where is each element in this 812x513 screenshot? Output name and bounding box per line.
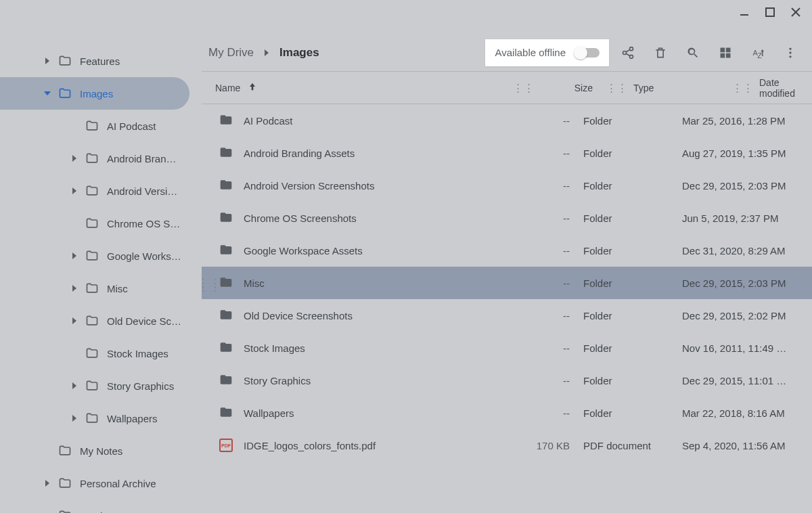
- sidebar-item-chrome-os-s-[interactable]: Chrome OS S…: [0, 207, 202, 240]
- sidebar-item-label: Android Bran…: [102, 153, 177, 164]
- sidebar-item-ai-podcast[interactable]: AI Podcast: [0, 110, 202, 142]
- svg-text:Z: Z: [757, 51, 762, 59]
- file-row[interactable]: Chrome OS Screenshots--FolderJun 5, 2019…: [202, 202, 812, 234]
- file-date: Dec 29, 2015, 2:03 PM: [682, 180, 812, 192]
- expand-icon[interactable]: [66, 155, 83, 162]
- file-row[interactable]: Stock Images--FolderNov 16, 2011, 11:49 …: [202, 332, 812, 364]
- sidebar-item-label: Google Works…: [102, 250, 181, 262]
- expand-icon[interactable]: [66, 317, 83, 324]
- expand-icon[interactable]: [39, 480, 55, 487]
- column-size[interactable]: Size: [540, 83, 606, 93]
- sidebar-item-images[interactable]: Images: [0, 77, 189, 110]
- close-button[interactable]: [789, 5, 803, 19]
- file-row[interactable]: AI Podcast--FolderMar 25, 2016, 1:28 PM: [202, 104, 812, 137]
- file-row[interactable]: Old Device Screenshots--FolderDec 29, 20…: [202, 299, 812, 332]
- file-row[interactable]: Android Branding Assets--FolderAug 27, 2…: [202, 137, 812, 169]
- folder-icon: [83, 347, 102, 360]
- sidebar-item-wallpapers[interactable]: Wallpapers: [0, 402, 202, 434]
- folder-icon: [55, 444, 74, 458]
- breadcrumb-root[interactable]: My Drive: [208, 46, 254, 60]
- sidebar-item-personal-archive[interactable]: Personal Archive: [0, 467, 202, 499]
- sidebar-item-features[interactable]: Features: [0, 45, 202, 77]
- sort-ascending-icon[interactable]: [247, 81, 258, 94]
- expand-icon[interactable]: [66, 187, 83, 194]
- column-resize-handle[interactable]: ⋮⋮: [732, 82, 759, 94]
- svg-point-13: [789, 55, 791, 58]
- file-type: Folder: [583, 213, 682, 224]
- view-grid-button[interactable]: [712, 39, 739, 66]
- file-type: Folder: [583, 115, 682, 127]
- folder-icon: [83, 379, 102, 393]
- folder-icon: [83, 282, 102, 295]
- sidebar-item-stock-images[interactable]: Stock Images: [0, 337, 202, 370]
- sidebar-item-stack[interactable]: Stack: [0, 499, 202, 513]
- sidebar-item-misc[interactable]: Misc: [0, 272, 202, 305]
- window-controls: [0, 0, 812, 24]
- svg-point-12: [789, 51, 791, 53]
- folder-icon: [219, 146, 233, 161]
- column-type[interactable]: Type: [633, 83, 732, 93]
- file-type: Folder: [583, 148, 682, 159]
- folder-icon: [55, 54, 74, 68]
- expand-icon[interactable]: [66, 252, 83, 259]
- file-date: Dec 31, 2020, 8:29 AM: [682, 245, 812, 256]
- sidebar-resize-handle[interactable]: ⋮⋮⋮⋮: [198, 282, 222, 290]
- file-date: Jun 5, 2019, 2:37 PM: [682, 213, 812, 224]
- sidebar-item-label: Wallpapers: [102, 413, 157, 424]
- expand-icon[interactable]: [39, 58, 55, 64]
- file-name: Android Version Screenshots: [244, 180, 517, 192]
- column-resize-handle[interactable]: ⋮⋮: [606, 82, 633, 94]
- sidebar-item-label: AI Podcast: [102, 120, 156, 132]
- share-button[interactable]: [614, 39, 641, 66]
- file-size: --: [517, 310, 583, 321]
- column-header: Name ⋮⋮ Size ⋮⋮ Type ⋮⋮ Date modified: [202, 72, 812, 104]
- sidebar-item-android-versi-[interactable]: Android Versi…: [0, 175, 202, 207]
- sort-button[interactable]: AZ: [744, 39, 771, 66]
- more-menu-button[interactable]: [777, 39, 804, 66]
- file-row[interactable]: Android Version Screenshots--FolderDec 2…: [202, 169, 812, 202]
- sidebar-item-android-bran-[interactable]: Android Bran…: [0, 142, 202, 175]
- file-date: Aug 27, 2019, 1:35 PM: [682, 148, 812, 159]
- search-button[interactable]: [679, 39, 706, 66]
- file-date: Dec 29, 2015, 2:02 PM: [682, 310, 812, 321]
- file-row[interactable]: PDFIDGE_logos_colors_fonts.pdf170 KBPDF …: [202, 429, 812, 462]
- sidebar-item-my-notes[interactable]: My Notes: [0, 434, 202, 467]
- sidebar-item-story-graphics[interactable]: Story Graphics: [0, 370, 202, 402]
- available-offline-panel: Available offline: [485, 39, 609, 66]
- file-row[interactable]: Google Workspace Assets--FolderDec 31, 2…: [202, 234, 812, 267]
- file-type: Folder: [583, 180, 682, 192]
- file-type: Folder: [583, 375, 682, 386]
- sidebar-item-old-device-sc-[interactable]: Old Device Sc…: [0, 305, 202, 337]
- folder-icon: [83, 217, 102, 230]
- svg-point-11: [789, 47, 791, 49]
- folder-icon: [83, 184, 102, 198]
- column-resize-handle[interactable]: ⋮⋮: [513, 82, 540, 94]
- file-row[interactable]: Story Graphics--FolderDec 29, 2015, 11:0…: [202, 364, 812, 397]
- maximize-button[interactable]: [763, 5, 777, 19]
- file-type: Folder: [583, 245, 682, 256]
- folder-icon: [55, 476, 74, 490]
- minimize-button[interactable]: [738, 5, 751, 19]
- expand-icon[interactable]: [39, 90, 55, 97]
- svg-rect-1: [766, 8, 774, 16]
- folder-icon: [83, 119, 102, 133]
- main-panel: ⋮⋮⋮⋮ My Drive Images Available offline: [202, 24, 812, 513]
- expand-icon[interactable]: [66, 415, 83, 422]
- file-row[interactable]: Wallpapers--FolderMar 22, 2018, 8:16 AM: [202, 397, 812, 429]
- delete-button[interactable]: [647, 39, 674, 66]
- folder-icon: [83, 249, 102, 263]
- file-row[interactable]: Misc--FolderDec 29, 2015, 2:03 PM: [202, 267, 812, 299]
- breadcrumb-current[interactable]: Images: [279, 46, 319, 60]
- header-bar: My Drive Images Available offline AZ: [202, 34, 812, 72]
- expand-icon[interactable]: [66, 285, 83, 292]
- column-name[interactable]: Name: [215, 83, 240, 93]
- file-size: --: [517, 342, 583, 354]
- file-name: Google Workspace Assets: [244, 245, 517, 256]
- expand-icon[interactable]: [66, 382, 83, 389]
- sidebar-item-google-works-[interactable]: Google Works…: [0, 240, 202, 272]
- file-name: Story Graphics: [244, 375, 517, 386]
- available-offline-toggle[interactable]: [575, 48, 600, 58]
- sidebar-item-label: Stock Images: [102, 348, 168, 359]
- folder-icon: [219, 113, 233, 129]
- column-date[interactable]: Date modified: [759, 77, 812, 99]
